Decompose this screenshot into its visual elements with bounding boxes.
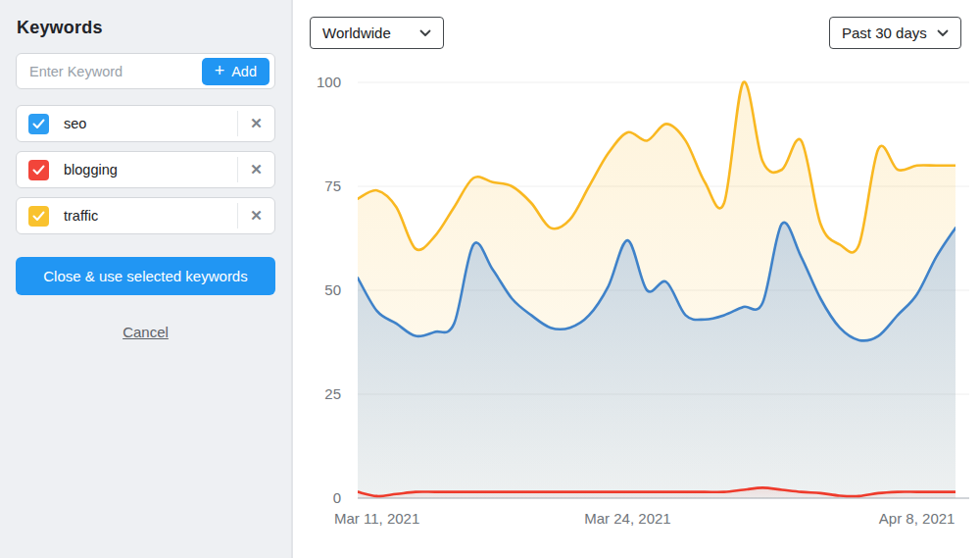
keywords-sidebar: Keywords + Add seo ✕ blo	[0, 0, 293, 558]
keyword-input[interactable]	[29, 64, 202, 79]
x-axis-tick-label: Apr 8, 2021	[879, 510, 956, 527]
keyword-checkbox[interactable]	[28, 206, 49, 227]
keyword-checkbox[interactable]	[28, 160, 49, 180]
check-icon	[32, 119, 45, 129]
trends-chart	[295, 0, 980, 558]
keyword-item-traffic: traffic ✕	[16, 197, 275, 234]
y-axis-tick-label: 0	[295, 489, 341, 506]
remove-keyword-icon[interactable]: ✕	[238, 152, 274, 187]
keyword-label: seo	[64, 116, 237, 131]
check-icon	[32, 211, 45, 222]
check-icon	[32, 165, 45, 176]
x-axis-tick-label: Mar 24, 2021	[584, 510, 670, 527]
y-axis-tick-label: 75	[295, 178, 341, 194]
close-use-keywords-button[interactable]: Close & use selected keywords	[16, 257, 275, 295]
add-button-label: Add	[231, 64, 257, 79]
cancel-link[interactable]: Cancel	[16, 324, 275, 340]
keyword-label: blogging	[64, 162, 237, 178]
trends-chart-panel: Worldwide Past 30 days 0255075100 Mar 11…	[295, 0, 980, 558]
remove-keyword-icon[interactable]: ✕	[238, 106, 274, 141]
keyword-checkbox[interactable]	[28, 114, 49, 134]
keyword-label: traffic	[64, 208, 237, 224]
add-keyword-button[interactable]: + Add	[202, 58, 270, 85]
keyword-trends-dialog: Keywords + Add seo ✕ blo	[0, 0, 980, 558]
sidebar-title: Keywords	[17, 18, 275, 38]
plus-icon: +	[215, 62, 225, 79]
remove-keyword-icon[interactable]: ✕	[238, 198, 274, 233]
keyword-input-group: + Add	[16, 53, 275, 89]
keyword-item-seo: seo ✕	[16, 105, 275, 142]
x-axis-tick-label: Mar 11, 2021	[334, 510, 419, 527]
y-axis-tick-label: 100	[295, 74, 341, 90]
y-axis-tick-label: 50	[295, 281, 341, 298]
y-axis-tick-label: 25	[295, 385, 341, 402]
keyword-item-blogging: blogging ✕	[16, 151, 275, 188]
